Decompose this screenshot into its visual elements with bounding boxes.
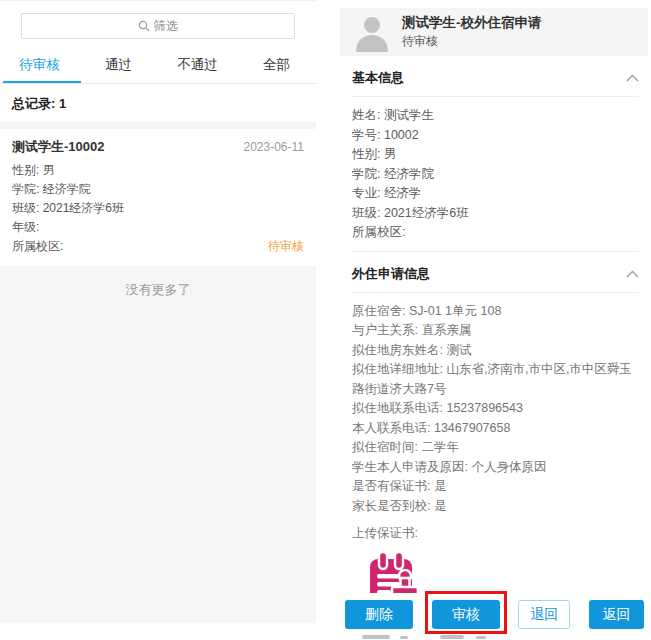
section-basic-title: 基本信息 (352, 69, 404, 87)
list-item[interactable]: 测试学生-10002 2023-06-11 性别: 男 学院: 经济学院 班级:… (0, 129, 316, 266)
field-duration: 拟住宿时间: 二学年 (352, 438, 639, 458)
status-badge: 待审核 (268, 237, 304, 256)
list-item-grade: 年级: (12, 218, 304, 237)
avatar-icon (352, 12, 392, 52)
list-item-title: 测试学生-10002 (12, 138, 104, 156)
status-tabs: 待审核 通过 不通过 全部 (0, 47, 316, 84)
field-address: 拟住地详细地址: 山东省,济南市,市中区,市中区舜玉路街道济大路7号 (352, 360, 639, 399)
basic-fields: 姓名: 测试学生 学号: 10002 性别: 男 学院: 经济学院 专业: 经济… (352, 97, 639, 251)
section-basic-header[interactable]: 基本信息 (352, 56, 639, 97)
list-item-campus: 所属校区: (12, 237, 63, 256)
tab-pending[interactable]: 待审核 (0, 47, 79, 83)
field-landlord-name: 拟住地房东姓名: 测试 (352, 341, 639, 361)
field-personal-phone: 本人联系电话: 13467907658 (352, 419, 639, 439)
field-parent-visit: 家长是否到校: 是 (352, 497, 639, 517)
tab-all[interactable]: 全部 (237, 47, 316, 83)
delete-button[interactable]: 删除 (345, 600, 413, 629)
app-window: 筛选 待审核 通过 不通过 全部 总记录: 1 测试学生-10002 2023-… (0, 0, 651, 640)
upload-guarantee-label: 上传保证书: (340, 524, 651, 543)
divider-band (0, 122, 316, 129)
field-has-guarantee: 是否有保证书: 是 (352, 477, 639, 497)
apply-fields: 原住宿舍: SJ-01 1单元 108 与户主关系: 直系亲属 拟住地房东姓名:… (352, 293, 639, 525)
active-tab-underline (3, 81, 81, 83)
tab-approved[interactable]: 通过 (79, 47, 158, 83)
field-class: 班级: 2021经济学6班 (352, 204, 639, 224)
list-item-class: 班级: 2021经济学6班 (12, 199, 304, 218)
list-item-gender: 性别: 男 (12, 161, 304, 180)
section-apply-title: 外住申请信息 (352, 265, 430, 283)
list-item-college: 学院: 经济学院 (12, 180, 304, 199)
field-college: 学院: 经济学院 (352, 165, 639, 185)
field-name: 姓名: 测试学生 (352, 106, 639, 126)
section-apply-info: 外住申请信息 原住宿舍: SJ-01 1单元 108 与户主关系: 直系亲属 拟… (340, 252, 651, 525)
detail-header: 测试学生-校外住宿申请 待审核 (340, 8, 648, 56)
field-campus: 所属校区: (352, 223, 639, 243)
detail-status: 待审核 (402, 33, 542, 50)
field-reason: 学生本人申请及原因: 个人身体原因 (352, 458, 639, 478)
field-householder-relation: 与户主关系: 直系亲属 (352, 321, 639, 341)
record-list-panel: 筛选 待审核 通过 不通过 全部 总记录: 1 测试学生-10002 2023-… (0, 0, 316, 623)
detail-panel: 测试学生-校外住宿申请 待审核 基本信息 姓名: 测试学生 学号: 10002 … (340, 0, 651, 640)
reject-button[interactable]: 退回 (518, 600, 570, 629)
field-student-id: 学号: 10002 (352, 126, 639, 146)
review-button[interactable]: 审核 (432, 600, 500, 629)
detail-title: 测试学生-校外住宿申请 (402, 14, 542, 31)
search-bar: 筛选 (0, 0, 316, 47)
search-icon (138, 20, 150, 32)
section-apply-header[interactable]: 外住申请信息 (352, 252, 639, 293)
back-button[interactable]: 返回 (589, 600, 644, 629)
list-item-date: 2023-06-11 (244, 140, 305, 154)
search-placeholder: 筛选 (154, 18, 179, 35)
total-records: 总记录: 1 (0, 84, 316, 122)
field-original-dorm: 原住宿舍: SJ-01 1单元 108 (352, 302, 639, 322)
tab-rejected[interactable]: 不通过 (158, 47, 237, 83)
no-more-text: 没有更多了 (126, 282, 191, 297)
field-major: 专业: 经济学 (352, 184, 639, 204)
list-empty-area: 没有更多了 (0, 266, 316, 623)
search-input[interactable]: 筛选 (21, 13, 295, 39)
action-bar: 删除 审核 退回 返回 (340, 593, 651, 640)
field-gender: 性别: 男 (352, 145, 639, 165)
clipped-content-artifacts (348, 634, 548, 640)
field-residence-phone: 拟住地联系电话: 15237896543 (352, 399, 639, 419)
section-basic-info: 基本信息 姓名: 测试学生 学号: 10002 性别: 男 学院: 经济学院 专… (340, 56, 651, 251)
chevron-up-icon[interactable] (626, 74, 639, 82)
chevron-up-icon[interactable] (626, 270, 639, 278)
